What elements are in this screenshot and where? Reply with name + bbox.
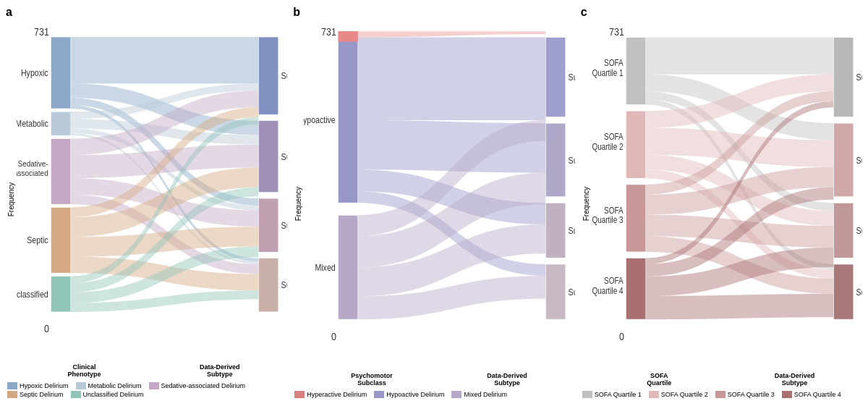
svg-text:Subtype 2: Subtype 2 (856, 155, 862, 165)
svg-text:Quartile 3: Quartile 3 (592, 215, 623, 224)
svg-rect-41 (626, 111, 645, 178)
svg-text:SOFA: SOFA (604, 132, 624, 141)
svg-text:Subtype 1: Subtype 1 (281, 70, 288, 80)
svg-text:associated: associated (17, 169, 48, 178)
legend-item-c-1: SOFA Quartile 2 (649, 391, 708, 398)
x-labels-b: Psychomotor SubclassData-Derived Subtype (304, 371, 574, 388)
x-label-b-1: Data-Derived Subtype (440, 372, 575, 387)
svg-rect-50 (833, 38, 853, 117)
legend-swatch-c-1 (649, 391, 659, 398)
legend-swatch-a-4 (71, 391, 81, 398)
x-label-a-1: Data-Derived Subtype (152, 363, 287, 378)
svg-text:Subtype 2: Subtype 2 (569, 155, 575, 165)
svg-text:Subtype 2: Subtype 2 (281, 151, 288, 161)
legend-label-a-1: Metabolic Delirium (88, 382, 142, 389)
svg-rect-52 (833, 123, 853, 197)
svg-text:0: 0 (331, 329, 336, 342)
svg-rect-19 (258, 258, 278, 312)
svg-text:0: 0 (619, 329, 624, 342)
legend-swatch-c-2 (715, 391, 726, 398)
panel-c: cFrequency7310SOFAQuartile 1SOFAQuartile… (578, 6, 865, 398)
svg-text:Quartile 4: Quartile 4 (592, 286, 623, 295)
legend-item-c-3: SOFA Quartile 4 (782, 391, 841, 398)
x-labels-c: SOFA QuartileData-Derived Subtype (592, 371, 862, 388)
sankey-wrapper-c: 7310SOFAQuartile 1SOFAQuartile 2SOFAQuar… (592, 20, 862, 388)
legend-item-a-2: Sedative-associated Delirium (149, 382, 246, 389)
svg-rect-27 (546, 38, 566, 117)
svg-text:731: 731 (321, 25, 336, 38)
svg-text:0: 0 (44, 323, 49, 334)
legend-label-a-0: Hypoxic Delirium (20, 382, 69, 389)
y-axis-label-b: Frequency (293, 187, 304, 221)
svg-text:Subtype 4: Subtype 4 (856, 287, 862, 297)
svg-rect-54 (833, 203, 853, 258)
legend-label-b-1: Hypoactive Delirium (386, 391, 444, 398)
legend-label-c-1: SOFA Quartile 2 (661, 391, 708, 398)
svg-rect-33 (546, 264, 566, 319)
svg-rect-2 (51, 37, 70, 109)
svg-text:Hypoactive: Hypoactive (304, 114, 336, 124)
legend-c: SOFA Quartile 1SOFA Quartile 2SOFA Quart… (581, 388, 862, 398)
legend-label-b-2: Mixed Delirium (464, 391, 507, 398)
svg-text:Unclassified: Unclassified (17, 289, 48, 299)
y-axis-label-c: Frequency (581, 187, 592, 221)
svg-text:731: 731 (609, 25, 624, 38)
legend-item-c-2: SOFA Quartile 3 (715, 391, 775, 398)
svg-rect-29 (546, 123, 566, 197)
x-labels-a: Clinical PhenotypeData-Derived Subtype (17, 362, 287, 379)
legend-swatch-c-0 (582, 391, 592, 398)
sankey-svg-c: 7310SOFAQuartile 1SOFAQuartile 2SOFAQuar… (592, 20, 862, 371)
svg-text:Subtype 4: Subtype 4 (569, 287, 575, 297)
legend-label-c-0: SOFA Quartile 1 (595, 391, 642, 398)
svg-rect-56 (833, 264, 853, 319)
legend-swatch-a-1 (76, 382, 86, 389)
sankey-svg-a: 7310HypoxicMetabolicSedative-associatedS… (17, 20, 287, 362)
legend-swatch-c-3 (782, 391, 792, 398)
legend-label-c-3: SOFA Quartile 4 (794, 391, 841, 398)
legend-item-a-1: Metabolic Delirium (76, 382, 142, 389)
legend-item-b-0: Hyperactive Delirium (294, 391, 367, 398)
svg-rect-13 (258, 37, 278, 114)
legend-label-a-2: Sedative-associated Delirium (161, 382, 246, 389)
svg-rect-31 (546, 203, 566, 258)
legend-swatch-a-2 (149, 382, 159, 389)
legend-a: Hypoxic DeliriumMetabolic DeliriumSedati… (6, 379, 287, 398)
svg-rect-9 (51, 207, 70, 273)
legend-item-a-3: Septic Delirium (7, 391, 64, 398)
svg-rect-17 (258, 198, 278, 252)
legend-item-b-2: Mixed Delirium (451, 391, 507, 398)
svg-rect-38 (626, 38, 645, 105)
legend-swatch-b-0 (294, 391, 305, 398)
svg-rect-25 (339, 215, 358, 319)
svg-rect-47 (626, 258, 645, 320)
chart-area-c: Frequency7310SOFAQuartile 1SOFAQuartile … (581, 20, 862, 388)
x-label-c-0: SOFA Quartile (592, 372, 727, 387)
svg-text:Quartile 1: Quartile 1 (592, 68, 623, 77)
svg-text:Subtype 1: Subtype 1 (569, 72, 575, 82)
svg-text:Hypoxic: Hypoxic (21, 67, 48, 77)
legend-label-a-3: Septic Delirium (20, 391, 64, 398)
svg-rect-6 (51, 138, 70, 204)
svg-text:Subtype 3: Subtype 3 (569, 225, 575, 235)
svg-text:Subtype 4: Subtype 4 (281, 279, 288, 290)
panel-label-a: a (6, 6, 12, 19)
svg-text:Sedative-: Sedative- (18, 159, 48, 168)
svg-rect-35 (339, 31, 358, 42)
svg-text:Mixed: Mixed (315, 262, 336, 272)
legend-label-a-4: Unclassified Delirium (83, 391, 144, 398)
legend-item-a-0: Hypoxic Delirium (7, 382, 69, 389)
main-container: aFrequency7310HypoxicMetabolicSedative-a… (0, 0, 868, 401)
svg-text:Quartile 2: Quartile 2 (592, 142, 623, 151)
sankey-wrapper-b: 7310HypoactiveMixedSubtype 1Subtype 2Sub… (304, 20, 574, 388)
svg-rect-15 (258, 121, 278, 193)
sankey-wrapper-a: 7310HypoxicMetabolicSedative-associatedS… (17, 20, 287, 379)
svg-text:Subtype 3: Subtype 3 (856, 225, 862, 235)
legend-label-b-0: Hyperactive Delirium (307, 391, 367, 398)
panel-a: aFrequency7310HypoxicMetabolicSedative-a… (3, 6, 290, 398)
x-label-c-1: Data-Derived Subtype (727, 372, 862, 387)
svg-text:SOFA: SOFA (604, 206, 624, 215)
x-label-a-0: Clinical Phenotype (17, 363, 152, 378)
legend-item-b-1: Hypoactive Delirium (374, 391, 444, 398)
chart-area-b: Frequency7310HypoactiveMixedSubtype 1Sub… (293, 20, 574, 388)
y-axis-label-a: Frequency (6, 182, 17, 216)
